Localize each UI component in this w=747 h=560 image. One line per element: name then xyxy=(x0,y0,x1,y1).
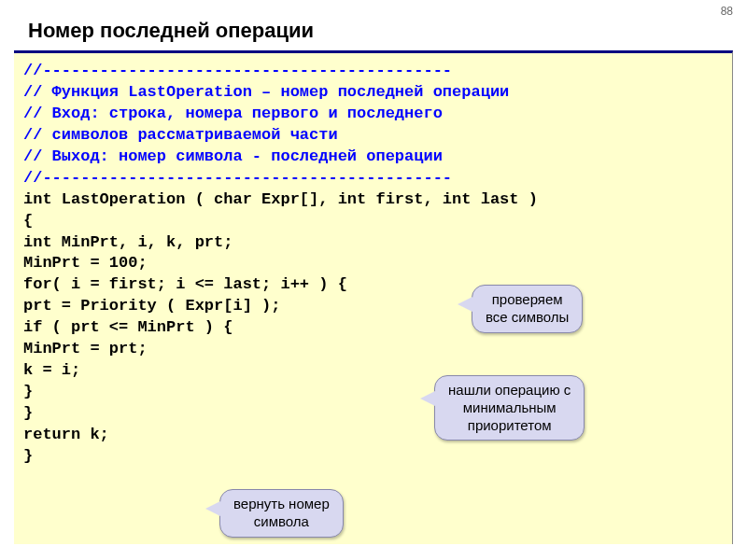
callout-found-min: нашли операцию с минимальным приоритетом xyxy=(434,375,585,441)
callout-text: минимальным xyxy=(463,399,557,415)
code-line: } xyxy=(23,446,723,468)
callout-text: все символы xyxy=(486,309,569,325)
code-block: //--------------------------------------… xyxy=(14,50,733,544)
code-line: { xyxy=(23,211,723,232)
callout-text: приоритетом xyxy=(468,417,552,433)
callout-text: символа xyxy=(254,513,309,529)
slide-title: Номер последней операции xyxy=(28,19,747,43)
code-line: return k; xyxy=(23,425,723,446)
callout-text: нашли операцию с xyxy=(448,382,571,398)
code-line: k = i; xyxy=(23,360,723,382)
code-line: if ( prt <= MinPrt ) { xyxy=(23,317,723,339)
comment-line: // символов рассматриваемой части xyxy=(23,125,723,147)
comment-line: //--------------------------------------… xyxy=(23,61,723,82)
code-line: } xyxy=(23,403,723,425)
code-line: int LastOperation ( char Expr[], int fir… xyxy=(23,189,723,211)
comment-line: //--------------------------------------… xyxy=(23,168,723,189)
code-line: } xyxy=(23,382,723,403)
comment-line: // Выход: номер символа - последней опер… xyxy=(23,147,723,168)
callout-text: проверяем xyxy=(492,291,563,307)
code-line: MinPrt = 100; xyxy=(23,253,723,274)
page-number: 88 xyxy=(721,5,733,18)
code-line: MinPrt = prt; xyxy=(23,339,723,360)
comment-line: // Функция LastOperation – номер последн… xyxy=(23,82,723,104)
callout-text: вернуть номер xyxy=(233,496,330,511)
comment-line: // Вход: строка, номера первого и послед… xyxy=(23,104,723,125)
code-line: for( i = first; i <= last; i++ ) { xyxy=(23,274,723,296)
callout-check-all: проверяем все символы xyxy=(472,285,583,333)
code-line: prt = Priority ( Expr[i] ); xyxy=(23,296,723,317)
code-line: int MinPrt, i, k, prt; xyxy=(23,232,723,254)
callout-return: вернуть номер символа xyxy=(219,489,344,538)
